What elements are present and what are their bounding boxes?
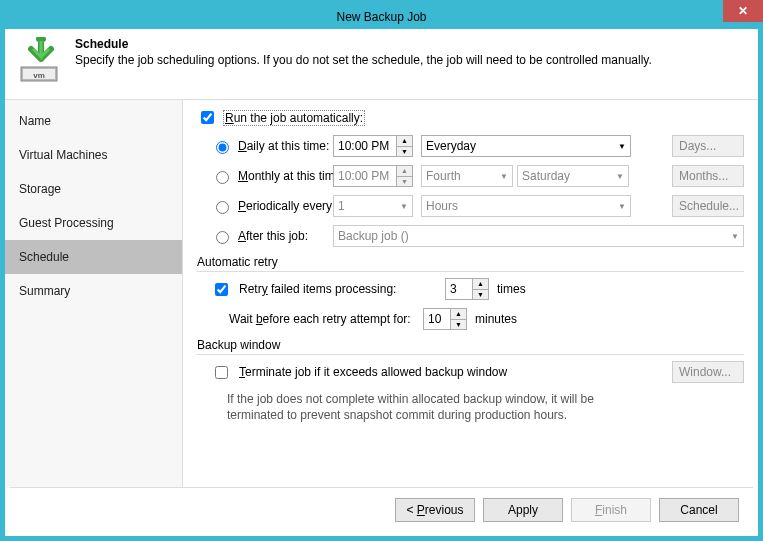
periodic-unit-select: Hours ▼ <box>421 195 631 217</box>
days-button: Days... <box>672 135 744 157</box>
chevron-down-icon: ▼ <box>400 202 408 211</box>
run-auto-checkbox[interactable] <box>201 111 214 124</box>
schedule-button: Schedule... <box>672 195 744 217</box>
apply-button[interactable]: Apply <box>483 498 563 522</box>
sidebar-item-vms[interactable]: Virtual Machines <box>5 138 182 172</box>
sidebar-item-storage[interactable]: Storage <box>5 172 182 206</box>
schedule-vm-icon: vm <box>17 37 65 85</box>
sidebar-item-guest[interactable]: Guest Processing <box>5 206 182 240</box>
monthly-ordinal-select: Fourth ▼ <box>421 165 513 187</box>
header: vm Schedule Specify the job scheduling o… <box>5 29 758 99</box>
after-radio[interactable] <box>216 231 229 244</box>
wait-value-input[interactable]: 10 ▲▼ <box>423 308 467 330</box>
periodic-value-select: 1 ▼ <box>333 195 413 217</box>
monthly-weekday-select: Saturday ▼ <box>517 165 629 187</box>
window-title: New Backup Job <box>336 10 426 24</box>
chevron-down-icon: ▼ <box>731 232 739 241</box>
after-job-select: Backup job () ▼ <box>333 225 744 247</box>
close-button[interactable]: ✕ <box>723 0 763 22</box>
window-button: Window... <box>672 361 744 383</box>
daily-time-input[interactable]: 10:00 PM ▲▼ <box>333 135 413 157</box>
finish-button: Finish <box>571 498 651 522</box>
spinner-icon[interactable]: ▲▼ <box>450 309 466 329</box>
window-section-label: Backup window <box>197 338 744 355</box>
monthly-label: Monthly at this time: <box>238 169 345 183</box>
retry-label: Retry failed items processing: <box>239 282 437 296</box>
months-button: Months... <box>672 165 744 187</box>
spinner-icon[interactable]: ▲▼ <box>396 136 412 156</box>
window: New Backup Job ✕ vm Schedule Specify the… <box>0 0 763 541</box>
chevron-down-icon: ▼ <box>618 142 626 151</box>
terminate-label: Terminate job if it exceeds allowed back… <box>239 365 507 379</box>
footer: < Previous Apply Finish Cancel <box>10 487 753 531</box>
chevron-down-icon: ▼ <box>618 202 626 211</box>
daily-radio[interactable] <box>216 141 229 154</box>
header-title: Schedule <box>75 37 746 51</box>
svg-text:vm: vm <box>33 71 45 80</box>
close-icon: ✕ <box>738 4 748 18</box>
monthly-time-input: 10:00 PM ▲▼ <box>333 165 413 187</box>
spinner-icon: ▲▼ <box>396 166 412 186</box>
spinner-icon[interactable]: ▲▼ <box>472 279 488 299</box>
previous-button[interactable]: < Previous <box>395 498 475 522</box>
window-help-text: If the job does not complete within allo… <box>197 391 617 423</box>
run-auto-label: Run the job automatically: <box>223 110 365 126</box>
chevron-down-icon: ▼ <box>500 172 508 181</box>
after-label: After this job: <box>238 229 308 243</box>
wait-label: Wait before each retry attempt for: <box>229 312 415 326</box>
header-desc: Specify the job scheduling options. If y… <box>75 53 746 67</box>
sidebar-item-name[interactable]: Name <box>5 104 182 138</box>
periodic-radio[interactable] <box>216 201 229 214</box>
chevron-down-icon: ▼ <box>616 172 624 181</box>
terminate-checkbox[interactable] <box>215 366 228 379</box>
cancel-button[interactable]: Cancel <box>659 498 739 522</box>
sidebar: Name Virtual Machines Storage Guest Proc… <box>5 100 183 488</box>
monthly-radio[interactable] <box>216 171 229 184</box>
sidebar-item-summary[interactable]: Summary <box>5 274 182 308</box>
retry-section-label: Automatic retry <box>197 255 744 272</box>
retry-times-label: times <box>497 282 526 296</box>
content: Run the job automatically: Daily at this… <box>183 100 758 488</box>
daily-label: Daily at this time: <box>238 139 329 153</box>
retry-count-input[interactable]: 3 ▲▼ <box>445 278 489 300</box>
sidebar-item-schedule[interactable]: Schedule <box>5 240 182 274</box>
daily-day-select[interactable]: Everyday ▼ <box>421 135 631 157</box>
titlebar: New Backup Job ✕ <box>5 5 758 29</box>
wait-minutes-label: minutes <box>475 312 517 326</box>
retry-checkbox[interactable] <box>215 283 228 296</box>
periodic-label: Periodically every: <box>238 199 335 213</box>
